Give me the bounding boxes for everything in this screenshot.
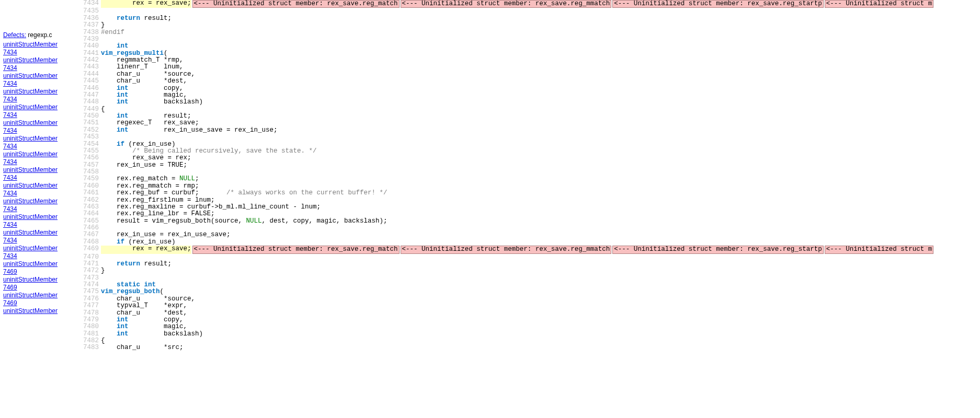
defect-link[interactable]: uninitStructMember [3, 276, 78, 284]
code-row: 7439 [81, 36, 980, 43]
defect-line-link[interactable]: 7434 [3, 252, 78, 260]
code-token: rex.reg_buf = curbuf; [101, 189, 226, 196]
defect-line-link[interactable]: 7434 [3, 64, 78, 72]
code-row: 7463 rex.reg_maxline = curbuf->b_ml.ml_l… [81, 204, 980, 211]
line-number: 7445 [81, 78, 101, 85]
code-token: rex.reg_line_lbr = FALSE; [101, 210, 215, 217]
line-number: 7470 [81, 254, 101, 261]
defect-line-link[interactable]: 7434 [3, 237, 78, 245]
defect-line-link[interactable]: 7434 [3, 80, 78, 88]
defect-link[interactable]: uninitStructMember [3, 245, 78, 252]
code-row: 7470 [81, 254, 980, 261]
defect-line-link[interactable]: 7434 [3, 221, 78, 229]
line-number: 7476 [81, 296, 101, 303]
code-line: } [101, 268, 105, 274]
code-line: #endif [101, 29, 124, 36]
code-row: 7460 rex.reg_mmatch = rmp; [81, 183, 980, 190]
defect-link[interactable]: uninitStructMember [3, 198, 78, 205]
code-token: result; [140, 15, 172, 22]
code-token: if [117, 141, 124, 148]
defect-link[interactable]: uninitStructMember [3, 150, 78, 158]
code-line: /* Being called recursively, save the st… [101, 148, 317, 155]
line-number: 7461 [81, 190, 101, 196]
code-line: rex_save = rex; [101, 155, 191, 161]
defect-link[interactable]: uninitStructMember [3, 166, 78, 174]
line-number: 7435 [81, 8, 101, 15]
code-token: int [144, 281, 156, 288]
defect-line-link[interactable]: 7469 [3, 299, 78, 307]
defect-link[interactable]: uninitStructMember [3, 213, 78, 221]
code-token: rex.reg_mmatch = rmp; [101, 182, 199, 190]
defect-link[interactable]: uninitStructMember [3, 56, 78, 64]
code-row: 7457 rex_in_use = TRUE; [81, 162, 980, 169]
defect-link[interactable]: uninitStructMember [3, 88, 78, 96]
code-row: 7467 rex_in_use = rex_in_use_save; [81, 231, 980, 238]
code-token: int [117, 42, 129, 50]
defect-line-link[interactable]: 7434 [3, 158, 78, 166]
defect-annotation: <--- Uninitialized struct m [825, 0, 934, 8]
code-line: char_u *dest, [101, 78, 187, 85]
defect-line-link[interactable]: 7434 [3, 49, 78, 56]
defect-line-link[interactable]: 7469 [3, 284, 78, 292]
code-token: int [117, 98, 129, 106]
line-number: 7471 [81, 261, 101, 268]
defect-line-link[interactable]: 7434 [3, 190, 78, 198]
code-line: char_u *source, [101, 71, 195, 78]
code-token: { [101, 337, 105, 344]
defects-label-link[interactable]: Defects: [3, 31, 26, 39]
defect-link[interactable]: uninitStructMember [3, 41, 78, 49]
line-number: 7453 [81, 134, 101, 141]
line-number: 7459 [81, 176, 101, 182]
line-number: 7449 [81, 106, 101, 113]
code-line: { [101, 338, 105, 344]
line-number: 7443 [81, 64, 101, 71]
defect-link[interactable]: uninitStructMember [3, 307, 78, 315]
defect-line-link[interactable]: 7434 [3, 205, 78, 213]
code-line: rex_in_use = rex_in_use_save; [101, 231, 231, 238]
code-row: 7447 int magic, [81, 92, 980, 99]
defect-line-link[interactable]: 7434 [3, 174, 78, 182]
defect-link[interactable]: uninitStructMember [3, 135, 78, 143]
code-viewer: 7434 rex = rex_save;<--- Uninitialized s… [81, 0, 980, 418]
defect-line-link[interactable]: 7434 [3, 127, 78, 135]
defect-line-link[interactable]: 7434 [3, 111, 78, 119]
code-row: 7455 /* Being called recursively, save t… [81, 148, 980, 155]
code-row: 7443 linenr_T lnum, [81, 64, 980, 71]
line-number: 7454 [81, 141, 101, 148]
defect-line-link[interactable]: 7434 [3, 96, 78, 103]
code-token: { [101, 106, 105, 113]
defect-line-link[interactable]: 7434 [3, 143, 78, 150]
defect-line-link[interactable]: 7469 [3, 268, 78, 276]
defect-link[interactable]: uninitStructMember [3, 229, 78, 237]
line-number: 7464 [81, 211, 101, 217]
code-line: rex.reg_maxline = curbuf->b_ml.ml_line_c… [101, 204, 321, 211]
code-row: 7469 rex = rex_save;<--- Uninitialized s… [81, 246, 980, 253]
defect-annotation: <--- Uninitialized struct member: rex_sa… [401, 246, 612, 253]
line-number: 7458 [81, 169, 101, 176]
code-token: magic, [129, 323, 188, 330]
line-number: 7434 [81, 0, 101, 8]
code-token: char_u *src; [101, 344, 184, 351]
code-token: static [117, 281, 140, 288]
code-line: rex.reg_line_lbr = FALSE; [101, 211, 215, 217]
code-line: rex.reg_firstlnum = lnum; [101, 197, 215, 204]
code-row: 7466 [81, 225, 980, 231]
code-line: rex = rex_save; [101, 0, 191, 8]
code-row: 7472} [81, 268, 980, 274]
code-row: 7449{ [81, 106, 980, 113]
code-token: (rex_in_use) [124, 141, 176, 148]
line-number: 7462 [81, 197, 101, 204]
defect-link[interactable]: uninitStructMember [3, 260, 78, 268]
defect-link[interactable]: uninitStructMember [3, 292, 78, 299]
code-row: 7437} [81, 22, 980, 29]
code-line: vim_regsub_multi( [101, 50, 168, 57]
code-token [101, 323, 117, 330]
defect-link[interactable]: uninitStructMember [3, 103, 78, 111]
line-number: 7456 [81, 155, 101, 161]
code-line: int rex_in_use_save = rex_in_use; [101, 127, 278, 134]
defect-link[interactable]: uninitStructMember [3, 119, 78, 127]
defect-link[interactable]: uninitStructMember [3, 72, 78, 80]
code-token: rex_in_use = TRUE; [101, 161, 187, 169]
defect-link[interactable]: uninitStructMember [3, 182, 78, 190]
code-token: #endif [101, 29, 124, 36]
